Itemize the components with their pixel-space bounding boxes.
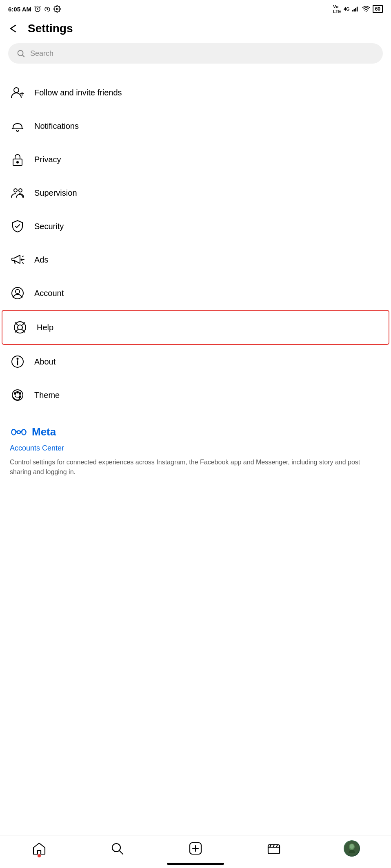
- meta-logo-icon: [10, 427, 28, 437]
- profile-avatar: [344, 840, 360, 857]
- nfc-icon: [44, 5, 51, 13]
- shield-check-icon: [10, 219, 25, 234]
- accounts-center-link[interactable]: Accounts Center: [10, 444, 381, 453]
- svg-point-14: [14, 189, 17, 192]
- svg-point-36: [11, 429, 16, 435]
- svg-point-30: [17, 358, 18, 360]
- menu-item-account[interactable]: Account: [0, 276, 391, 310]
- menu-item-follow[interactable]: Follow and invite friends: [0, 76, 391, 109]
- megaphone-icon: [10, 252, 25, 267]
- svg-line-39: [120, 851, 123, 854]
- svg-point-2: [56, 8, 58, 10]
- svg-line-17: [22, 256, 23, 257]
- meta-logo: Meta: [10, 426, 381, 438]
- svg-point-16: [21, 259, 22, 261]
- 4g-icon: 4G: [344, 7, 350, 11]
- menu-item-theme[interactable]: Theme: [0, 378, 391, 412]
- menu-label-privacy: Privacy: [34, 155, 61, 164]
- svg-line-18: [22, 263, 23, 263]
- add-person-icon: [10, 85, 25, 100]
- svg-point-33: [17, 391, 18, 393]
- svg-point-32: [14, 393, 16, 394]
- svg-point-34: [19, 393, 21, 394]
- page-title: Settings: [28, 22, 73, 35]
- signal-icon: [352, 6, 360, 12]
- search-placeholder: Search: [30, 49, 53, 58]
- svg-point-1: [47, 9, 48, 10]
- nav-item-home[interactable]: [31, 840, 47, 857]
- menu-item-help[interactable]: Help: [2, 310, 389, 345]
- svg-rect-6: [356, 7, 358, 12]
- gear-icon: [53, 5, 61, 13]
- svg-point-13: [17, 161, 18, 163]
- search-nav-icon: [109, 840, 125, 857]
- svg-point-21: [16, 289, 20, 294]
- plus-square-icon: [187, 840, 204, 857]
- nav-item-profile[interactable]: [344, 840, 360, 857]
- menu-item-supervision[interactable]: Supervision: [0, 176, 391, 210]
- bell-icon: [10, 118, 25, 134]
- nav-item-reels[interactable]: [266, 840, 282, 857]
- clapper-icon: [266, 840, 282, 857]
- meta-section: Meta Accounts Center Control settings fo…: [0, 416, 391, 485]
- palette-icon: [10, 387, 25, 403]
- volte-icon: VoLTE: [333, 4, 341, 14]
- menu-label-help: Help: [37, 323, 53, 332]
- status-bar: 6:05 AM VoLTE 4G 60: [0, 0, 391, 16]
- svg-rect-4: [353, 9, 355, 11]
- menu-item-security[interactable]: Security: [0, 210, 391, 243]
- menu-label-security: Security: [34, 222, 64, 231]
- menu-item-notifications[interactable]: Notifications: [0, 109, 391, 143]
- back-button[interactable]: [8, 24, 20, 33]
- battery-icon: 60: [373, 5, 383, 13]
- search-icon: [16, 49, 25, 58]
- svg-point-23: [18, 325, 22, 330]
- svg-point-46: [350, 844, 354, 849]
- nav-item-search[interactable]: [109, 840, 125, 857]
- svg-point-38: [112, 844, 120, 852]
- person-circle-icon: [10, 285, 25, 301]
- meta-logo-text: Meta: [32, 426, 56, 438]
- lock-icon: [10, 152, 25, 167]
- menu-label-supervision: Supervision: [34, 188, 77, 198]
- svg-point-9: [14, 88, 19, 93]
- menu-label-notifications: Notifications: [34, 121, 79, 131]
- svg-point-7: [365, 11, 366, 12]
- menu-label-account: Account: [34, 289, 64, 298]
- menu-item-privacy[interactable]: Privacy: [0, 143, 391, 176]
- header: Settings: [0, 16, 391, 43]
- status-left: 6:05 AM: [8, 5, 61, 13]
- menu-label-ads: Ads: [34, 255, 48, 265]
- status-time: 6:05 AM: [8, 6, 31, 13]
- nav-item-create[interactable]: [187, 840, 204, 857]
- wifi-icon: [362, 6, 370, 12]
- menu-label-follow: Follow and invite friends: [34, 88, 122, 97]
- menu-item-ads[interactable]: Ads: [0, 243, 391, 276]
- search-container: Search: [0, 43, 391, 72]
- search-bar[interactable]: Search: [8, 43, 383, 64]
- alarm-icon: [34, 5, 41, 13]
- lifebuoy-icon: [12, 320, 28, 335]
- svg-rect-3: [352, 10, 353, 12]
- menu-label-theme: Theme: [34, 391, 60, 400]
- status-right: VoLTE 4G 60: [333, 4, 383, 14]
- info-circle-icon: [10, 354, 25, 369]
- home-indicator: [167, 863, 224, 865]
- meta-description: Control settings for connected experienc…: [10, 457, 381, 477]
- menu-item-about[interactable]: About: [0, 345, 391, 378]
- menu-list: Follow and invite friends Notifications …: [0, 72, 391, 416]
- menu-label-about: About: [34, 357, 56, 367]
- svg-point-15: [19, 189, 22, 192]
- svg-rect-5: [355, 8, 356, 11]
- home-notification-dot: [38, 854, 41, 857]
- supervision-icon: [10, 185, 25, 201]
- svg-point-37: [22, 429, 26, 435]
